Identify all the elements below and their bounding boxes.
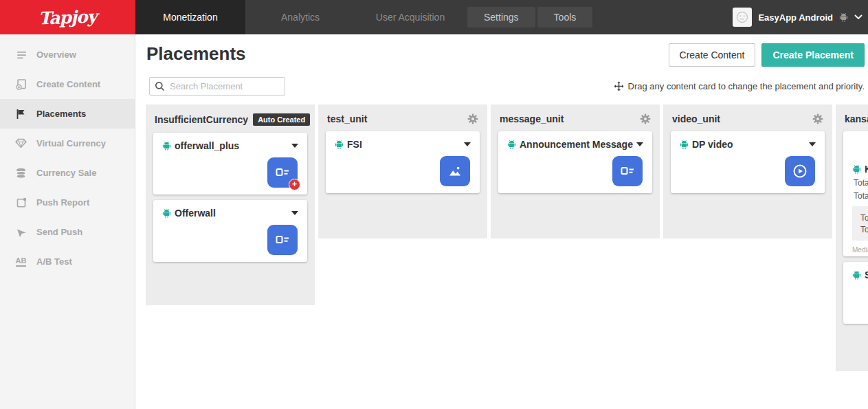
app-avatar [733, 8, 752, 27]
sidebar-item-ab-test[interactable]: AB A/B Test [0, 247, 135, 276]
move-icon [614, 81, 624, 91]
video-play-icon[interactable] [785, 156, 815, 186]
gear-icon[interactable] [467, 113, 478, 124]
content-name: K [865, 164, 868, 175]
content-card-k[interactable]: K Total Total Tot Tot Media [843, 131, 868, 256]
main-content: Placements Create Content Create Placeme… [135, 34, 868, 409]
chevron-down-icon[interactable] [291, 211, 298, 215]
drag-hint: Drag any content card to change the plac… [614, 81, 865, 91]
add-badge-icon: + [289, 179, 300, 190]
coins-icon [15, 168, 27, 179]
list-icon [15, 49, 27, 60]
stat-line: Tot [859, 225, 868, 234]
android-icon [335, 140, 344, 150]
content-card-offerwall[interactable]: Offerwall [153, 200, 307, 262]
sidebar-item-label: Overview [36, 49, 76, 60]
search-input[interactable] [149, 77, 285, 96]
placement-name: InsufficientCurrency [155, 114, 248, 125]
tab-label: User Acquisition [376, 12, 445, 23]
interstitial-image-icon[interactable] [440, 156, 470, 186]
stats-inset: Tot Tot [852, 206, 868, 241]
sidebar-item-label: Currency Sale [36, 168, 96, 178]
placement-name: kansai [845, 113, 868, 124]
sidebar-item-send-push[interactable]: Send Push [0, 217, 135, 247]
offerwall-icon[interactable] [612, 156, 643, 186]
sidebar-item-label: Push Report [36, 197, 89, 208]
placement-column-test-unit: test_unit FSI [318, 104, 487, 239]
android-icon [852, 164, 861, 175]
sidebar-item-label: Virtual Currency [36, 138, 106, 148]
chevron-down-icon[interactable] [464, 142, 471, 146]
tapjoy-logo[interactable]: Tapjoy [0, 0, 135, 34]
android-icon [507, 140, 516, 150]
tab-label: Monetization [163, 12, 217, 23]
android-icon [839, 12, 848, 23]
sidebar-item-virtual-currency[interactable]: Virtual Currency [0, 129, 135, 158]
gear-icon[interactable] [812, 113, 823, 124]
create-placement-button[interactable]: Create Placement [761, 43, 865, 67]
search-icon [155, 81, 165, 91]
tab-analytics[interactable]: Analytics [245, 0, 355, 34]
settings-button[interactable]: Settings [467, 7, 535, 27]
app-selector[interactable]: EasyApp Android [733, 8, 868, 27]
tab-label: Analytics [281, 12, 320, 23]
ab-test-icon: AB [15, 256, 27, 266]
placement-name: test_unit [327, 113, 367, 124]
stat-line: Total [852, 191, 868, 201]
chevron-down-icon[interactable] [809, 142, 816, 146]
placement-column-insufficientcurrency: InsufficientCurrency Auto Created offerw… [146, 104, 315, 305]
content-name: S [865, 269, 868, 280]
gem-icon [15, 138, 27, 148]
tapjoy-logo-text: Tapjoy [38, 6, 97, 28]
sidebar-item-label: Placements [36, 109, 86, 119]
content-card-dp-video[interactable]: DP video [671, 131, 825, 193]
placement-name: message_unit [500, 113, 564, 124]
android-icon [680, 140, 689, 150]
placement-column-video-unit: video_unit DP video [663, 104, 832, 239]
tools-button[interactable]: Tools [537, 7, 593, 27]
placement-column-kansai: kansai K Total [836, 104, 868, 371]
content-card-fsi[interactable]: FSI [326, 131, 480, 193]
placement-column-message-unit: message_unit Announcement Message [491, 104, 660, 239]
sidebar-item-currency-sale[interactable]: Currency Sale [0, 158, 135, 188]
content-name: FSI [347, 139, 362, 150]
stat-line: Total [852, 178, 868, 188]
sidebar-item-label: Create Content [36, 79, 100, 89]
sidebar-item-placements[interactable]: Placements [0, 99, 135, 129]
stat-line: Tot [859, 213, 868, 223]
content-name: DP video [692, 139, 733, 150]
tab-user-acquisition[interactable]: User Acquisition [355, 0, 465, 34]
content-card-announcement-message[interactable]: Announcement Message [498, 131, 652, 193]
sidebar-item-label: A/B Test [36, 256, 72, 267]
chevron-down-icon [854, 14, 863, 20]
content-card-offerwall-plus[interactable]: offerwall_plus + [153, 133, 307, 195]
sidebar-item-overview[interactable]: Overview [0, 40, 135, 69]
chevron-down-icon[interactable] [291, 144, 298, 148]
content-name: offerwall_plus [175, 140, 239, 151]
sidebar: Overview Create Content Placements Virtu… [0, 34, 135, 409]
auto-created-badge: Auto Created [253, 113, 310, 126]
report-icon [15, 197, 27, 208]
create-content-button[interactable]: Create Content [669, 43, 756, 67]
offerwall-icon[interactable]: + [267, 157, 298, 188]
sidebar-item-create-content[interactable]: Create Content [0, 69, 135, 99]
chevron-down-icon[interactable] [636, 142, 643, 146]
search-placement [149, 77, 285, 96]
sidebar-item-push-report[interactable]: Push Report [0, 188, 135, 217]
content-name: Offerwall [175, 208, 216, 219]
android-icon [162, 208, 171, 219]
top-navigation-bar: Tapjoy Monetization Analytics User Acqui… [0, 0, 868, 34]
send-icon [15, 227, 27, 238]
page-title: Placements [146, 43, 246, 65]
gear-icon[interactable] [640, 113, 651, 124]
drag-hint-text: Drag any content card to change the plac… [628, 81, 865, 91]
content-card-s[interactable]: S [843, 262, 868, 324]
flag-icon [15, 109, 27, 120]
offerwall-icon[interactable] [267, 225, 298, 255]
document-add-icon [15, 78, 27, 90]
placement-name: video_unit [672, 113, 720, 124]
placements-board: InsufficientCurrency Auto Created offerw… [135, 104, 868, 371]
sidebar-item-label: Send Push [36, 227, 82, 237]
smiley-face-icon [734, 9, 750, 25]
tab-monetization[interactable]: Monetization [135, 0, 245, 34]
